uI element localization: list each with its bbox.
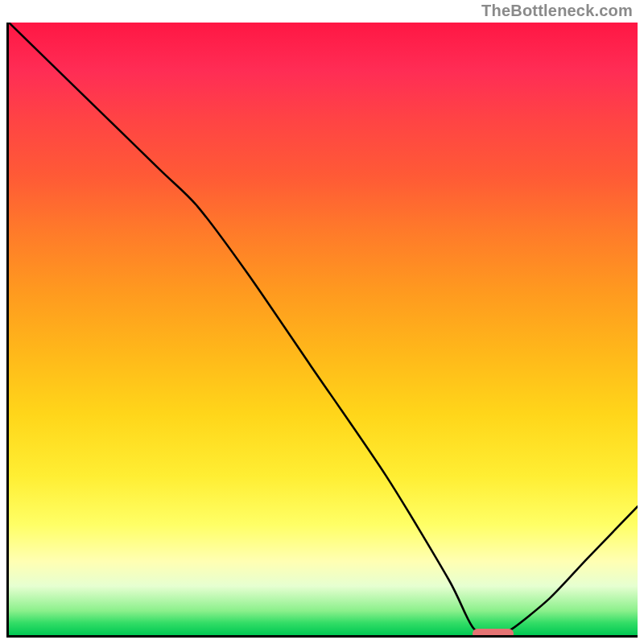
attribution-label: TheBottleneck.com bbox=[481, 2, 633, 20]
minimum-marker bbox=[473, 629, 514, 638]
bottleneck-curve-path bbox=[9, 23, 638, 634]
plot-area bbox=[6, 23, 638, 638]
chart-container: TheBottleneck.com bbox=[0, 0, 644, 644]
curve-svg bbox=[9, 23, 638, 635]
